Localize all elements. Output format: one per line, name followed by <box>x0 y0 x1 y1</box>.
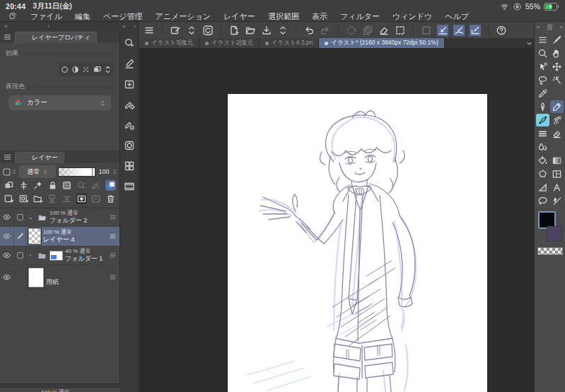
import-box-icon[interactable] <box>124 78 135 90</box>
clip-studio-app-icon[interactable] <box>7 11 18 22</box>
expand-open-icon[interactable]: ⌄ <box>26 214 35 220</box>
eyedropper-tool[interactable] <box>536 87 549 100</box>
tab-list-chevron-icon[interactable] <box>524 38 534 48</box>
fill-bucket-tool[interactable] <box>536 154 549 167</box>
edit-canvas-icon[interactable] <box>170 25 181 36</box>
layer-row-folder2[interactable]: ⌄ 100 % 通常 フォルダー 2 <box>0 208 120 227</box>
text-tool-tool[interactable] <box>550 181 564 194</box>
blend-mode-dropdown[interactable]: 通常 <box>19 165 56 178</box>
operate-cursor-tool[interactable] <box>536 60 549 73</box>
magnifier-tool[interactable] <box>536 47 549 59</box>
clip-below-icon[interactable] <box>18 180 29 191</box>
menu-item-3[interactable]: アニメーション <box>156 11 211 22</box>
dock-handle[interactable]: «› <box>120 22 138 30</box>
delete-layer-icon[interactable] <box>105 194 116 204</box>
spinner-icon[interactable] <box>346 25 357 36</box>
visibility-cell[interactable] <box>0 247 14 264</box>
opacity-handle[interactable] <box>93 168 94 176</box>
menu-item-9[interactable]: ヘルプ <box>445 11 469 22</box>
row-menu-icon[interactable] <box>109 232 117 240</box>
undo-icon[interactable] <box>303 25 315 36</box>
correct-line-tool[interactable] <box>550 194 564 207</box>
figure-shape-tool[interactable] <box>536 167 549 180</box>
transfer-down-icon[interactable] <box>47 194 58 204</box>
layer-color-chevrons-icon[interactable] <box>105 180 116 191</box>
material-icon[interactable] <box>124 140 135 151</box>
sub-color-swatch[interactable] <box>547 226 562 242</box>
updown-chevrons-icon[interactable] <box>186 25 197 36</box>
paper-thumbnail[interactable] <box>28 268 44 287</box>
gradient-tool[interactable] <box>550 154 564 167</box>
ruler-tool[interactable] <box>536 181 549 194</box>
select-cell[interactable] <box>14 247 26 264</box>
expression-color-dropdown[interactable]: カラー <box>8 95 111 110</box>
tab-illust4[interactable]: イラスト4 3.pn <box>260 38 319 48</box>
frame-border-tool[interactable] <box>550 167 564 180</box>
reference-pin-icon[interactable] <box>33 180 43 191</box>
duplicate-icon[interactable] <box>362 25 373 36</box>
editing-cell[interactable] <box>14 227 26 246</box>
subtool-detail-icon[interactable] <box>124 119 135 131</box>
new-layer-icon[interactable] <box>4 194 14 204</box>
layer-row-folder1[interactable]: › 40 % 通常 フォルダー 1 <box>0 247 120 265</box>
menu-item-4[interactable]: レイヤー <box>223 11 255 22</box>
row-menu-icon[interactable] <box>109 213 117 221</box>
airbrush-tool[interactable] <box>550 114 564 126</box>
open-folder-icon[interactable] <box>245 25 256 36</box>
tab-layer-property[interactable]: レイヤープロパティ <box>15 32 97 43</box>
palette-display-button[interactable] <box>2 165 17 178</box>
menu-item-1[interactable]: 編集 <box>75 11 91 22</box>
new-document-icon[interactable] <box>228 25 240 36</box>
help-icon[interactable] <box>496 25 507 36</box>
tab-illust2[interactable]: イラスト2[復元 <box>199 38 260 48</box>
hand-tool[interactable] <box>550 47 564 59</box>
decoration-lines-tool[interactable] <box>536 127 549 140</box>
snap-special-ruler-icon[interactable] <box>453 25 465 36</box>
select-cell[interactable] <box>14 265 26 290</box>
menu-item-6[interactable]: 表示 <box>312 11 327 22</box>
layer-color-combine-icon[interactable] <box>93 65 102 74</box>
snap-grid-icon[interactable] <box>470 25 481 36</box>
brush-tool[interactable] <box>536 114 549 126</box>
balloon-tool[interactable] <box>536 194 549 207</box>
combine-squares-icon[interactable] <box>4 180 14 191</box>
dip-pen-tool[interactable] <box>536 100 549 113</box>
tab-illust-active[interactable]: イラスト* (2160 x 3840px 72dpi 50.1%) <box>319 38 445 48</box>
pen-line-tool[interactable] <box>550 33 564 46</box>
merge-down-icon[interactable] <box>62 194 72 204</box>
menu-item-0[interactable]: ファイル <box>30 11 62 22</box>
edge-circle-icon[interactable] <box>60 65 69 74</box>
new-layer-settings-icon[interactable] <box>18 194 29 204</box>
tab-layer[interactable]: レイヤー <box>15 152 64 163</box>
lock-icon[interactable] <box>47 180 58 191</box>
row-menu-icon[interactable] <box>109 273 117 281</box>
blend-drop-tool[interactable] <box>536 141 549 153</box>
opacity-slider[interactable] <box>58 167 95 177</box>
subtool-icon[interactable] <box>124 58 135 69</box>
new-folder-icon[interactable] <box>33 194 43 204</box>
magic-wand-tool[interactable] <box>550 73 564 86</box>
navigator-icon[interactable] <box>124 37 135 49</box>
expand-closed-icon[interactable]: › <box>26 252 35 259</box>
canvas-viewport[interactable] <box>139 48 534 392</box>
scroll-thumb[interactable] <box>547 24 552 30</box>
no-snap-icon[interactable] <box>421 25 432 36</box>
layer-mask-icon[interactable] <box>76 194 87 204</box>
timeline-icon[interactable] <box>124 181 135 192</box>
collapse-all-icon[interactable]: « <box>4 23 8 30</box>
lock-alpha-icon[interactable] <box>62 180 72 191</box>
menu-item-2[interactable]: ページ管理 <box>103 11 143 22</box>
snap-ruler-icon[interactable] <box>437 25 448 36</box>
menu-item-8[interactable]: ウィンドウ <box>392 11 432 22</box>
menu-item-5[interactable]: 選択範囲 <box>268 11 299 22</box>
collapse-icon[interactable]: ‹ <box>47 23 49 30</box>
all-panels-icon[interactable] <box>124 160 135 172</box>
tone-dots-icon[interactable] <box>81 65 91 74</box>
layer-row-paper[interactable]: 用紙 <box>0 265 120 290</box>
ruler-x-chevrons-icon[interactable] <box>91 180 101 191</box>
draft-chevrons-icon[interactable] <box>76 180 87 191</box>
tool-property-icon[interactable] <box>124 99 135 110</box>
select-frame-icon[interactable] <box>395 25 406 36</box>
visibility-cell[interactable] <box>0 227 14 246</box>
tab-illust3[interactable]: イラスト3[復元 <box>139 38 199 48</box>
